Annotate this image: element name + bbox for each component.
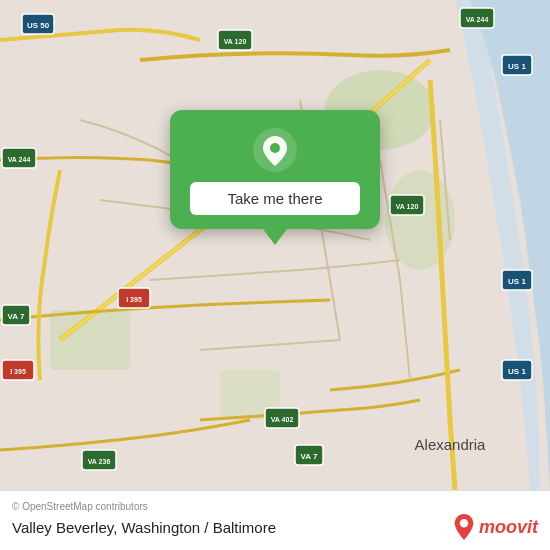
attribution-text: © OpenStreetMap contributors xyxy=(12,501,538,512)
svg-text:VA 402: VA 402 xyxy=(271,416,294,423)
map-background: US 50 VA 120 VA 244 US 1 VA 244 VA 120 V… xyxy=(0,0,550,490)
bottom-info-row: Valley Beverley, Washington / Baltimore … xyxy=(12,514,538,540)
svg-text:I 395: I 395 xyxy=(10,368,26,375)
map-view: US 50 VA 120 VA 244 US 1 VA 244 VA 120 V… xyxy=(0,0,550,490)
svg-text:US 1: US 1 xyxy=(508,277,526,286)
svg-text:US 50: US 50 xyxy=(27,21,50,30)
svg-text:Alexandria: Alexandria xyxy=(415,436,487,453)
svg-point-36 xyxy=(460,519,468,527)
svg-text:US 1: US 1 xyxy=(508,367,526,376)
svg-text:VA 244: VA 244 xyxy=(466,16,489,23)
svg-text:VA 120: VA 120 xyxy=(396,203,419,210)
take-me-there-button[interactable]: Take me there xyxy=(190,182,360,215)
svg-text:VA 236: VA 236 xyxy=(88,458,111,465)
svg-point-35 xyxy=(270,143,280,153)
svg-text:US 1: US 1 xyxy=(508,62,526,71)
svg-text:VA 244: VA 244 xyxy=(8,156,31,163)
moovit-logo: moovit xyxy=(453,514,538,540)
location-name: Valley Beverley, Washington / Baltimore xyxy=(12,519,276,536)
svg-text:VA 7: VA 7 xyxy=(301,452,318,461)
moovit-brand-text: moovit xyxy=(479,517,538,538)
map-pin-icon xyxy=(253,128,297,172)
svg-text:VA 120: VA 120 xyxy=(224,38,247,45)
moovit-pin-icon xyxy=(453,514,475,540)
location-popup: Take me there xyxy=(170,110,380,229)
svg-text:I 395: I 395 xyxy=(126,296,142,303)
bottom-bar: © OpenStreetMap contributors Valley Beve… xyxy=(0,490,550,550)
svg-text:VA 7: VA 7 xyxy=(8,312,25,321)
